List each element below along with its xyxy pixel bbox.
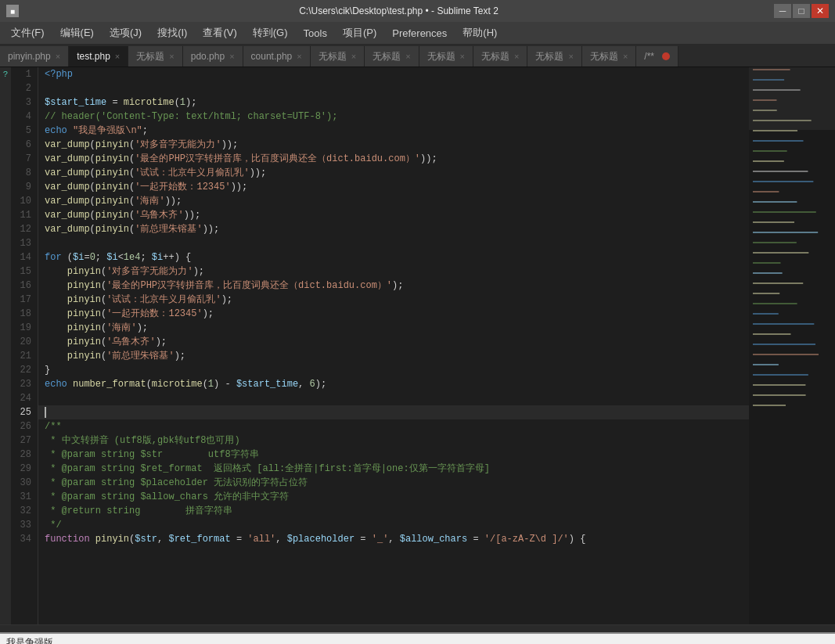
code-line-4: // header('Content-Type: text/html; char… <box>38 110 749 124</box>
tab-untitled-1[interactable]: 无标题 × <box>128 46 182 67</box>
code-line-23: echo number_format(microtime(1) - $start… <box>38 377 749 391</box>
menu-edit[interactable]: 编辑(E) <box>52 24 102 41</box>
tab-comment[interactable]: /** <box>636 46 678 67</box>
code-line-32: * @return string 拼音字符串 <box>38 504 749 518</box>
code-editor[interactable]: <?php $start_time = microtime(1); // hea… <box>38 67 749 624</box>
code-line-30: * @param string $placeholder 无法识别的字符占位符 <box>38 476 749 490</box>
code-line-17: pinyin('试试：北京牛义月偷乱乳'); <box>38 293 749 307</box>
minimap <box>749 67 835 624</box>
code-line-26: /** <box>38 419 749 434</box>
tab-pinyin-php[interactable]: pinyin.php × <box>0 46 69 67</box>
code-line-22: } <box>38 363 749 377</box>
code-line-9: var_dump(pinyin('一起开始数：12345')); <box>38 180 749 194</box>
code-line-24 <box>38 391 749 405</box>
tab-close-untitled5[interactable]: × <box>514 52 519 61</box>
code-line-15: pinyin('对多音字无能为力'); <box>38 264 749 279</box>
tab-close-untitled3[interactable]: × <box>405 52 410 61</box>
menu-project[interactable]: 项目(P) <box>335 24 384 41</box>
code-line-25 <box>38 405 749 419</box>
editor-main: ? 1 2 3 4 5 6 7 8 9 10 11 12 13 14 15 16… <box>0 67 835 624</box>
tab-close-pdo[interactable]: × <box>229 52 234 61</box>
code-line-6: var_dump(pinyin('对多音字无能为力')); <box>38 138 749 152</box>
code-line-5: echo "我是争强版\n"; <box>38 124 749 138</box>
code-line-11: var_dump(pinyin('乌鲁木齐')); <box>38 208 749 222</box>
tab-untitled-6[interactable]: 无标题 × <box>527 46 581 67</box>
menu-bar: 文件(F) 编辑(E) 选项(J) 搜找(I) 查看(V) 转到(G) Tool… <box>0 22 835 44</box>
code-line-20: pinyin('乌鲁木齐'); <box>38 335 749 349</box>
code-line-14: for ($i=0; $i<1e4; $i++) { <box>38 250 749 264</box>
code-line-1: <?php <box>38 67 749 81</box>
minimap-viewport <box>749 67 835 130</box>
tab-close-untitled1[interactable]: × <box>169 52 174 61</box>
menu-find[interactable]: 搜找(I) <box>149 24 195 41</box>
line-numbers: 1 2 3 4 5 6 7 8 9 10 11 12 13 14 15 16 1… <box>11 67 38 624</box>
menu-goto[interactable]: 转到(G) <box>245 24 296 41</box>
code-line-34: function pinyin($str, $ret_format = 'all… <box>38 532 749 546</box>
menu-view[interactable]: 查看(V) <box>195 24 244 41</box>
code-line-19: pinyin('海南'); <box>38 321 749 335</box>
tab-close-pinyin[interactable]: × <box>56 52 60 61</box>
title-bar: ■ C:\Users\cik\Desktop\test.php • - Subl… <box>0 0 835 22</box>
code-line-13 <box>38 236 749 250</box>
horizontal-scrollbar[interactable] <box>0 624 835 632</box>
maximize-button[interactable]: □ <box>793 4 810 18</box>
code-line-18: pinyin('一起开始数：12345'); <box>38 307 749 321</box>
tab-count-php[interactable]: count.php × <box>243 46 311 67</box>
menu-help[interactable]: 帮助(H) <box>455 24 505 41</box>
tab-pdo-php[interactable]: pdo.php × <box>183 46 243 67</box>
code-line-10: var_dump(pinyin('海南')); <box>38 194 749 208</box>
code-line-12: var_dump(pinyin('前总理朱镕基')); <box>38 222 749 236</box>
code-line-31: * @param string $allow_chars 允许的非中文字符 <box>38 490 749 504</box>
tab-untitled-5[interactable]: 无标题 × <box>473 46 527 67</box>
close-button[interactable]: ✕ <box>812 4 829 18</box>
tab-untitled-7[interactable]: 无标题 × <box>582 46 636 67</box>
app-icon: ■ <box>6 5 19 17</box>
code-line-33: */ <box>38 518 749 532</box>
tab-test-php[interactable]: test.php × <box>69 46 128 67</box>
code-line-16: pinyin('最全的PHP汉字转拼音库，比百度词典还全（dict.baidu.… <box>38 279 749 293</box>
output-panel: 我是争强版 string(22) "duiduoyinziwunengweili… <box>0 632 835 644</box>
tab-bar: pinyin.php × test.php × 无标题 × pdo.php × … <box>0 44 835 67</box>
tab-close-untitled6[interactable]: × <box>568 52 573 61</box>
code-line-29: * @param string $ret_format 返回格式 [all:全拼… <box>38 462 749 476</box>
editor-gutter: ? <box>0 67 11 624</box>
tab-untitled-2[interactable]: 无标题 × <box>311 46 365 67</box>
tab-close-test[interactable]: × <box>115 52 120 61</box>
code-line-7: var_dump(pinyin('最全的PHP汉字转拼音库，比百度词典还全（di… <box>38 152 749 166</box>
code-line-28: * @param string $str utf8字符串 <box>38 448 749 462</box>
menu-preferences[interactable]: Preferences <box>384 26 455 41</box>
tab-untitled-3[interactable]: 无标题 × <box>365 46 419 67</box>
menu-options[interactable]: 选项(J) <box>102 24 149 41</box>
code-line-21: pinyin('前总理朱镕基'); <box>38 349 749 363</box>
minimize-button[interactable]: ─ <box>774 4 791 18</box>
tab-close-untitled4[interactable]: × <box>460 52 465 61</box>
window-title: C:\Users\cik\Desktop\test.php • - Sublim… <box>23 5 774 16</box>
code-line-3: $start_time = microtime(1); <box>38 95 749 110</box>
output-line-1: 我是争强版 <box>6 637 829 644</box>
menu-tools[interactable]: Tools <box>296 26 335 41</box>
window-controls: ─ □ ✕ <box>774 4 829 18</box>
code-line-2 <box>38 81 749 95</box>
tab-close-count[interactable]: × <box>297 52 301 61</box>
tab-close-untitled2[interactable]: × <box>351 52 356 61</box>
tab-close-untitled7[interactable]: × <box>623 52 628 61</box>
code-line-27: * 中文转拼音 (utf8版,gbk转utf8也可用) <box>38 434 749 448</box>
menu-file[interactable]: 文件(F) <box>3 24 52 41</box>
tab-untitled-4[interactable]: 无标题 × <box>419 46 473 67</box>
code-line-8: var_dump(pinyin('试试：北京牛义月偷乱乳')); <box>38 166 749 180</box>
